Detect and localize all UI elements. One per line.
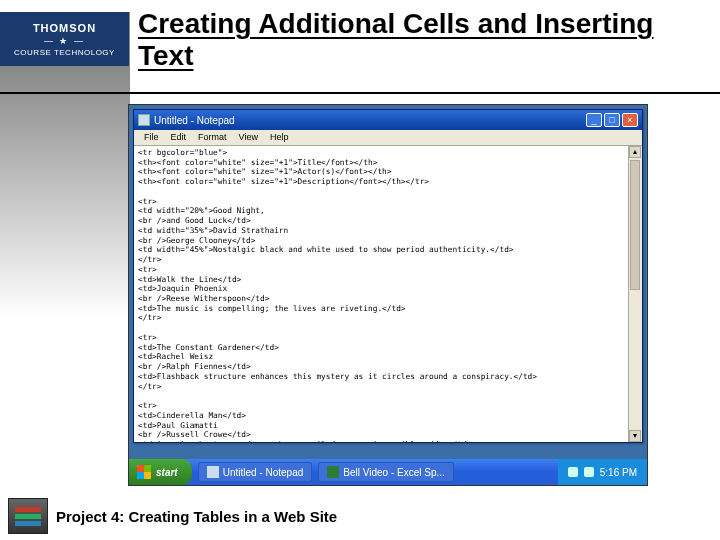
tray-icon[interactable] xyxy=(568,467,578,477)
sidebar-gradient xyxy=(0,66,130,486)
notepad-task-icon xyxy=(207,466,219,478)
notepad-title: Untitled - Notepad xyxy=(154,115,586,126)
start-label: start xyxy=(156,467,178,478)
scroll-thumb[interactable] xyxy=(630,160,640,290)
taskbar-item-label: Bell Video - Excel Sp... xyxy=(343,467,445,478)
vertical-scrollbar[interactable]: ▴ ▾ xyxy=(628,146,642,442)
footer-text: Project 4: Creating Tables in a Web Site xyxy=(56,508,337,525)
notepad-menubar: File Edit Format View Help xyxy=(134,130,642,146)
taskbar-item-notepad[interactable]: Untitled - Notepad xyxy=(198,462,313,482)
series-books-icon xyxy=(8,498,48,534)
window-buttons: _ □ × xyxy=(586,113,638,127)
slide-title: Creating Additional Cells and Inserting … xyxy=(138,8,698,72)
slide-footer: Project 4: Creating Tables in a Web Site xyxy=(0,492,720,540)
close-button[interactable]: × xyxy=(622,113,638,127)
scroll-up-arrow-icon[interactable]: ▴ xyxy=(629,146,641,158)
system-tray: 5:16 PM xyxy=(558,459,647,485)
excel-task-icon xyxy=(327,466,339,478)
maximize-button[interactable]: □ xyxy=(604,113,620,127)
menu-view[interactable]: View xyxy=(233,130,264,145)
taskbar: start Untitled - Notepad Bell Video - Ex… xyxy=(129,459,647,485)
slide: THOMSON — ★ — COURSE TECHNOLOGY Creating… xyxy=(0,0,720,540)
brand-bottom: COURSE TECHNOLOGY xyxy=(14,48,115,57)
scroll-down-arrow-icon[interactable]: ▾ xyxy=(629,430,641,442)
start-button[interactable]: start xyxy=(129,459,192,485)
notepad-titlebar[interactable]: Untitled - Notepad _ □ × xyxy=(134,110,642,130)
clock[interactable]: 5:16 PM xyxy=(600,467,637,478)
brand-star: — ★ — xyxy=(44,36,85,46)
menu-help[interactable]: Help xyxy=(264,130,295,145)
menu-file[interactable]: File xyxy=(138,130,165,145)
menu-format[interactable]: Format xyxy=(192,130,233,145)
windows-logo-icon xyxy=(137,465,151,479)
notepad-body: <tr bgcolor="blue"> <th><font color="whi… xyxy=(134,146,642,442)
desktop-screenshot: Untitled - Notepad _ □ × File Edit Forma… xyxy=(128,104,648,486)
taskbar-item-label: Untitled - Notepad xyxy=(223,467,304,478)
tray-icon[interactable] xyxy=(584,467,594,477)
minimize-button[interactable]: _ xyxy=(586,113,602,127)
menu-edit[interactable]: Edit xyxy=(165,130,193,145)
brand-logo-box: THOMSON — ★ — COURSE TECHNOLOGY xyxy=(0,12,130,66)
notepad-icon xyxy=(138,114,150,126)
brand-top: THOMSON xyxy=(33,22,96,34)
taskbar-item-excel[interactable]: Bell Video - Excel Sp... xyxy=(318,462,454,482)
notepad-window: Untitled - Notepad _ □ × File Edit Forma… xyxy=(133,109,643,443)
title-underline xyxy=(0,92,720,94)
slide-title-block: Creating Additional Cells and Inserting … xyxy=(138,8,698,72)
notepad-textarea[interactable]: <tr bgcolor="blue"> <th><font color="whi… xyxy=(134,146,628,442)
